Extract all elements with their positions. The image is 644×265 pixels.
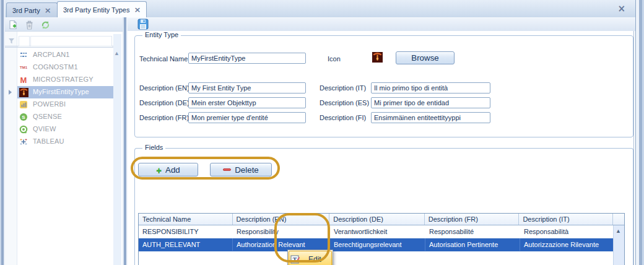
qview-icon [19, 124, 28, 134]
tab-3rd-party[interactable]: 3rd Party × [6, 2, 58, 17]
description-it-label: Description (IT) [320, 84, 366, 92]
browse-button[interactable]: Browse [396, 51, 455, 64]
window-right-border [635, 0, 644, 265]
table-scrollbar[interactable]: ▲ [613, 225, 624, 265]
arcplan-icon [19, 50, 28, 60]
svg-text:S: S [22, 115, 25, 120]
trash-icon[interactable] [24, 20, 35, 30]
entity-icon-preview [372, 52, 383, 63]
plus-icon: + [156, 165, 162, 175]
technical-name-input[interactable] [188, 53, 306, 64]
tab-close-icon[interactable]: × [134, 6, 141, 14]
window-left-border [0, 0, 5, 265]
col-header-technical-name[interactable]: Technical Name [139, 214, 233, 225]
list-item-myfirstentitytype[interactable]: MyFirstEntityType [5, 86, 113, 98]
list-item-microstrategy[interactable]: M MICROSTRATEGY [5, 74, 113, 86]
header-corner-cell [613, 214, 624, 225]
description-de-input[interactable] [188, 97, 306, 108]
svg-text:T: T [293, 256, 297, 263]
custom-entity-icon [19, 87, 28, 97]
description-es-input[interactable] [371, 97, 490, 108]
description-en-label: Description (EN) [139, 84, 189, 92]
list-item-arcplan1[interactable]: ARCPLAN1 [5, 49, 113, 61]
icon-label: Icon [328, 55, 341, 63]
filter-cell-icon[interactable] [19, 36, 30, 46]
technical-name-label: Technical Name [139, 55, 188, 63]
col-header-description-en[interactable]: Description (EN) [233, 214, 330, 225]
current-row-arrow-icon [9, 90, 12, 95]
fields-table: Technical Name Description (EN) Descript… [138, 213, 625, 265]
tab-label: 3rd Party [12, 7, 40, 14]
table-header: Technical Name Description (EN) Descript… [139, 214, 624, 225]
toolbar [5, 17, 635, 31]
refresh-icon[interactable] [40, 20, 51, 30]
list-item-qview[interactable]: QVIEW [5, 123, 113, 136]
tab-label: 3rd Party Entity Types [63, 6, 129, 14]
menu-item-edit[interactable]: T Edit [288, 250, 333, 265]
tm1-icon: TM1 [19, 63, 28, 72]
table-row-responsibility[interactable]: RESPONSIBILITY Responsibility Verantwort… [139, 225, 624, 238]
filter-funnel-icon [8, 38, 15, 45]
list-filter-row [5, 34, 113, 48]
sidebar-scrollbar[interactable]: ▲ [113, 34, 121, 265]
col-header-description-de[interactable]: Description (DE) [329, 214, 425, 225]
col-header-description-it[interactable]: Description (IT) [519, 214, 613, 225]
minus-icon [223, 168, 231, 171]
description-es-label: Description (ES) [320, 99, 369, 106]
filter-cell-name[interactable] [30, 36, 112, 46]
powerbi-icon [19, 100, 28, 110]
document-tab-bar: 3rd Party × 3rd Party Entity Types × × [5, 0, 635, 17]
entity-type-list: ▲ ARCPLAN1 TM1 COGNOSTM1 [5, 31, 123, 265]
pane-close-icon[interactable]: × [617, 4, 625, 14]
tab-close-icon[interactable]: × [45, 6, 51, 14]
new-entity-icon[interactable] [8, 20, 19, 30]
description-fr-label: Description (FR) [139, 114, 189, 121]
detail-panel: Entity Type Technical Name Icon Browse D… [128, 31, 634, 265]
context-menu: T Edit Delete [287, 250, 333, 265]
list-item-qsense[interactable]: S QSENSE [5, 111, 113, 123]
group-legend: Entity Type [142, 31, 181, 38]
description-de-label: Description (DE) [139, 99, 189, 106]
tableau-icon [19, 137, 28, 147]
group-legend: Fields [142, 144, 165, 151]
table-row-auth-relevant[interactable]: AUTH_RELEVANT Authorization Relevant Ber… [139, 238, 624, 251]
save-icon[interactable] [137, 19, 149, 30]
delete-field-button[interactable]: Delete [210, 163, 272, 176]
application-window: 3rd Party × 3rd Party Entity Types × × [0, 0, 644, 265]
list-item-powerbi[interactable]: POWERBI [5, 98, 113, 111]
microstrategy-icon: M [19, 75, 28, 85]
panel-splitter[interactable] [123, 17, 128, 265]
add-field-button[interactable]: + Add [138, 163, 198, 176]
scroll-up-icon[interactable]: ▲ [616, 228, 621, 234]
description-fi-label: Description (FI) [320, 114, 366, 121]
qsense-icon: S [19, 112, 28, 122]
description-fi-input[interactable] [371, 112, 490, 123]
edit-text-icon: T [290, 254, 301, 265]
tab-3rd-party-entity-types[interactable]: 3rd Party Entity Types × [57, 1, 147, 17]
list-item-tableau[interactable]: TABLEAU [5, 136, 113, 148]
description-it-input[interactable] [371, 82, 490, 93]
scroll-up-icon[interactable]: ▲ [114, 50, 120, 56]
description-en-input[interactable] [188, 82, 306, 93]
list-item-cognostm1[interactable]: TM1 COGNOSTM1 [5, 61, 113, 74]
entity-type-group: Entity Type Technical Name Icon Browse D… [134, 35, 633, 137]
col-header-description-fr[interactable]: Description (FR) [425, 214, 520, 225]
fields-group: Fields + Add Delete Technical Name Descr… [134, 148, 633, 265]
description-fr-input[interactable] [188, 112, 306, 123]
